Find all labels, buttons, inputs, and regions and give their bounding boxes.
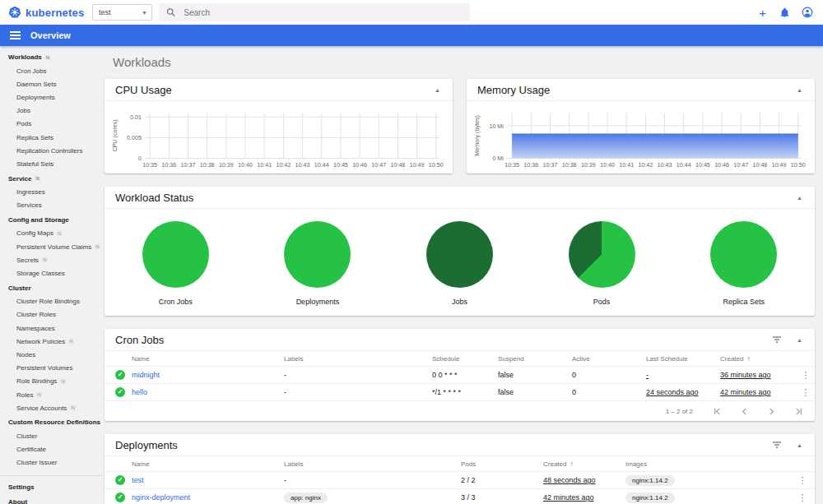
column-header-name[interactable]: Name bbox=[132, 355, 284, 363]
sort-ascending-icon: ↑ bbox=[570, 460, 573, 468]
previous-page-button[interactable] bbox=[740, 407, 749, 416]
appbar-title: Overview bbox=[30, 30, 71, 40]
sidebar-item-persistent-volumes[interactable]: Persistent Volumes bbox=[0, 362, 103, 375]
sidebar-item-secrets[interactable]: SecretsN bbox=[0, 253, 103, 266]
deployment-name-link[interactable]: nginx-deployment bbox=[132, 493, 190, 502]
cronjob-name-link[interactable]: midnight bbox=[132, 371, 160, 379]
status-ok-icon: ✓ bbox=[115, 370, 125, 380]
sidebar-item-cluster-role-bindings[interactable]: Cluster Role Bindings bbox=[0, 295, 103, 308]
collapse-button[interactable]: ▲ bbox=[795, 193, 804, 202]
sidebar-item-network-policies[interactable]: Network PoliciesN bbox=[0, 335, 103, 348]
svg-text:10:40: 10:40 bbox=[238, 162, 253, 169]
namespace-select[interactable]: test ▼ bbox=[92, 4, 152, 21]
menu-button[interactable] bbox=[10, 30, 21, 41]
sidebar-item-cluster[interactable]: Cluster bbox=[0, 429, 103, 442]
column-header-active: Active bbox=[572, 355, 646, 363]
sidebar-item-services[interactable]: Services bbox=[0, 199, 103, 212]
create-resource-button[interactable]: + bbox=[757, 7, 768, 19]
kubernetes-logo[interactable]: kubernetes bbox=[0, 6, 92, 19]
next-page-button[interactable] bbox=[767, 407, 776, 416]
sidebar-item-namespaces[interactable]: Namespaces bbox=[0, 321, 103, 335]
sidebar-item-cluster-issuer[interactable]: Cluster Issuer bbox=[0, 456, 103, 469]
row-menu-button[interactable]: ⋮ bbox=[795, 475, 811, 485]
filter-button[interactable] bbox=[770, 333, 783, 346]
cronjob-name-link[interactable]: hello bbox=[132, 388, 147, 396]
row-menu-button[interactable]: ⋮ bbox=[795, 492, 811, 502]
card-title: Workload Status bbox=[115, 192, 193, 204]
sidebar-item-storage-classes[interactable]: Storage Classes bbox=[0, 266, 103, 280]
row-menu-button[interactable]: ⋮ bbox=[798, 387, 814, 397]
svg-text:10:46: 10:46 bbox=[352, 162, 367, 169]
sidebar-section-custom-resource-definitions[interactable]: Custom Resource Definitions bbox=[0, 414, 103, 429]
sidebar-item-certificate[interactable]: Certificate bbox=[0, 443, 103, 456]
sidebar-item-roles[interactable]: RolesN bbox=[0, 388, 103, 401]
sidebar-item-cluster-roles[interactable]: Cluster Roles bbox=[0, 308, 103, 321]
chevron-right-icon bbox=[767, 407, 776, 416]
sidebar-section-config-and-storage[interactable]: Config and Storage bbox=[0, 212, 103, 227]
created-cell: 36 minutes ago bbox=[720, 371, 797, 379]
svg-text:10:42: 10:42 bbox=[276, 162, 291, 169]
column-header-created[interactable]: Created↑ bbox=[720, 355, 797, 363]
search-input[interactable] bbox=[184, 8, 463, 17]
svg-text:10:48: 10:48 bbox=[752, 162, 767, 169]
sidebar-item-ingresses[interactable]: Ingresses bbox=[0, 186, 103, 199]
collapse-button[interactable]: ▲ bbox=[795, 441, 804, 450]
svg-text:10:38: 10:38 bbox=[562, 162, 577, 169]
pods-cell: 2 / 2 bbox=[461, 476, 543, 484]
sidebar-item-jobs[interactable]: Jobs bbox=[0, 104, 103, 118]
deployment-name-link[interactable]: test bbox=[132, 476, 144, 484]
sidebar-item-stateful-sets[interactable]: Stateful Sets bbox=[0, 157, 103, 170]
sidebar-item-daemon-sets[interactable]: Daemon Sets bbox=[0, 77, 103, 90]
svg-text:0.005: 0.005 bbox=[127, 135, 142, 141]
column-header-created[interactable]: Created↑ bbox=[543, 460, 625, 468]
row-menu-button[interactable]: ⋮ bbox=[798, 370, 814, 380]
svg-text:10:42: 10:42 bbox=[638, 162, 653, 169]
user-icon bbox=[802, 7, 813, 18]
notifications-button[interactable] bbox=[779, 7, 790, 18]
sidebar-item-pods[interactable]: Pods bbox=[0, 118, 103, 131]
collapse-button[interactable]: ▲ bbox=[795, 86, 804, 95]
sidebar-item-role-bindings[interactable]: Role BindingsN bbox=[0, 375, 103, 388]
card-title: Cron Jobs bbox=[115, 334, 164, 346]
svg-text:10:41: 10:41 bbox=[619, 162, 634, 169]
workload-pie-pods: Pods bbox=[569, 221, 635, 306]
actions-cell: ⋮ bbox=[790, 475, 815, 486]
namespaced-badge: N bbox=[59, 378, 66, 385]
last-page-button[interactable] bbox=[794, 407, 803, 416]
sidebar-item-replication-controllers[interactable]: Replication Controllers bbox=[0, 144, 103, 157]
collapse-button[interactable]: ▲ bbox=[433, 86, 442, 95]
sidebar-item-config-maps[interactable]: Config MapsN bbox=[0, 227, 103, 240]
svg-text:10:47: 10:47 bbox=[371, 162, 386, 169]
svg-text:10:50: 10:50 bbox=[429, 162, 444, 169]
sidebar-item-service-accounts[interactable]: Service AccountsN bbox=[0, 401, 103, 414]
sidebar-item-cron-jobs[interactable]: Cron Jobs bbox=[0, 64, 103, 77]
account-button[interactable] bbox=[802, 7, 813, 18]
svg-text:10:36: 10:36 bbox=[523, 162, 538, 169]
column-header-name[interactable]: Name bbox=[132, 460, 284, 468]
sidebar-item-replica-sets[interactable]: Replica Sets bbox=[0, 131, 103, 144]
collapse-button[interactable]: ▲ bbox=[795, 335, 804, 344]
chip: nginx:1.14.2 bbox=[625, 492, 675, 503]
sidebar-item-persistent-volume-claims[interactable]: Persistent Volume ClaimsN bbox=[0, 240, 103, 253]
sidebar-item-deployments[interactable]: Deployments bbox=[0, 90, 103, 104]
sidebar-section-workloads[interactable]: WorkloadsN bbox=[0, 49, 103, 64]
sidebar-item-nodes[interactable]: Nodes bbox=[0, 348, 103, 361]
first-page-button[interactable] bbox=[713, 407, 722, 416]
deployments-header-row: NameLabelsPodsCreated↑Images bbox=[105, 456, 815, 472]
filter-button[interactable] bbox=[770, 438, 783, 451]
charts-row: CPU Usage ▲ 00.0050.0110:3510:3610:3710:… bbox=[105, 79, 815, 173]
pie-chart bbox=[142, 221, 209, 288]
sidebar-section-cluster[interactable]: Cluster bbox=[0, 280, 103, 295]
search-bar[interactable] bbox=[159, 3, 470, 21]
namespaced-badge: N bbox=[67, 338, 74, 344]
suspend-cell: false bbox=[498, 388, 572, 396]
svg-text:10:38: 10:38 bbox=[200, 162, 215, 169]
last-page-icon bbox=[794, 407, 803, 416]
workload-pie-deployments: Deployments bbox=[284, 221, 351, 306]
sidebar-item-about[interactable]: About bbox=[0, 494, 103, 504]
created-cell-value: 42 minutes ago bbox=[720, 388, 771, 396]
sidebar-section-service[interactable]: ServiceN bbox=[0, 171, 103, 186]
created-cell-value: 48 seconds ago bbox=[543, 476, 596, 484]
images-cell: nginx:1.14.2 bbox=[625, 492, 790, 503]
sidebar-item-settings[interactable]: Settings bbox=[0, 479, 103, 494]
